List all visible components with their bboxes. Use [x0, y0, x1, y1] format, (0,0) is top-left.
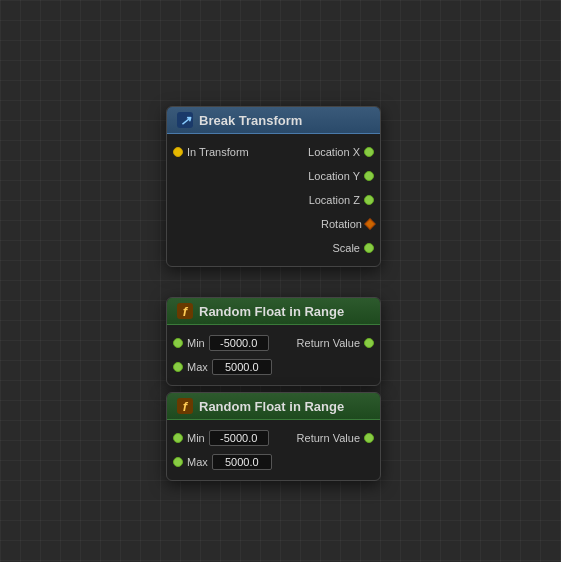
random-float-1-max-label: Max: [187, 361, 208, 373]
random-float-1-return-pin[interactable]: [364, 338, 374, 348]
break-transform-body: In Transform Location X Location Y Locat…: [167, 134, 380, 266]
random-float-2-max-left: Max: [173, 454, 272, 470]
break-transform-node: ↗ Break Transform In Transform Location …: [166, 106, 381, 267]
location-z-label: Location Z: [309, 194, 360, 206]
random-float-1-title: Random Float in Range: [199, 304, 344, 319]
location-y-right: Location Y: [308, 170, 374, 182]
random-float-1-header: f Random Float in Range: [167, 298, 380, 325]
location-y-label: Location Y: [308, 170, 360, 182]
random-float-1-min-left: Min: [173, 335, 269, 351]
rotation-row: Rotation: [173, 214, 374, 234]
location-y-row: Location Y: [173, 166, 374, 186]
random-float-2-body: Min Return Value Max: [167, 420, 380, 480]
rotation-right: Rotation: [321, 218, 374, 230]
scale-label: Scale: [332, 242, 360, 254]
location-z-row: Location Z: [173, 190, 374, 210]
location-x-right: Location X: [308, 146, 374, 158]
scale-right: Scale: [332, 242, 374, 254]
random-float-1-max-left: Max: [173, 359, 272, 375]
random-float-1-max-pin[interactable]: [173, 362, 183, 372]
random-float-1-max-row: Max: [173, 357, 374, 377]
location-x-label: Location X: [308, 146, 360, 158]
random-float-2-max-pin[interactable]: [173, 457, 183, 467]
in-transform-left: In Transform: [173, 146, 249, 158]
random-float-1-icon: f: [177, 303, 193, 319]
random-float-2-min-row: Min Return Value: [173, 428, 374, 448]
in-transform-pin[interactable]: [173, 147, 183, 157]
random-float-2-max-row: Max: [173, 452, 374, 472]
random-float-node-1: f Random Float in Range Min Return Value…: [166, 297, 381, 386]
random-float-2-min-label: Min: [187, 432, 205, 444]
break-transform-icon: ↗: [177, 112, 193, 128]
random-float-2-return-label: Return Value: [297, 432, 360, 444]
random-float-1-return-label: Return Value: [297, 337, 360, 349]
random-float-1-min-label: Min: [187, 337, 205, 349]
random-float-2-icon: f: [177, 398, 193, 414]
random-float-2-min-input[interactable]: [209, 430, 269, 446]
location-x-pin[interactable]: [364, 147, 374, 157]
random-float-2-title: Random Float in Range: [199, 399, 344, 414]
random-float-2-min-left: Min: [173, 430, 269, 446]
random-float-2-header: f Random Float in Range: [167, 393, 380, 420]
break-transform-title: Break Transform: [199, 113, 302, 128]
in-transform-row: In Transform Location X: [173, 142, 374, 162]
random-float-2-max-input[interactable]: [212, 454, 272, 470]
random-float-2-max-label: Max: [187, 456, 208, 468]
random-float-1-min-pin[interactable]: [173, 338, 183, 348]
break-transform-header: ↗ Break Transform: [167, 107, 380, 134]
random-float-1-return-right: Return Value: [297, 337, 374, 349]
in-transform-label: In Transform: [187, 146, 249, 158]
location-z-right: Location Z: [309, 194, 374, 206]
random-float-1-max-input[interactable]: [212, 359, 272, 375]
location-z-pin[interactable]: [364, 195, 374, 205]
random-float-1-body: Min Return Value Max: [167, 325, 380, 385]
random-float-node-2: f Random Float in Range Min Return Value…: [166, 392, 381, 481]
random-float-1-min-input[interactable]: [209, 335, 269, 351]
random-float-1-min-row: Min Return Value: [173, 333, 374, 353]
location-y-pin[interactable]: [364, 171, 374, 181]
rotation-label: Rotation: [321, 218, 362, 230]
rotation-pin[interactable]: [364, 218, 375, 229]
random-float-2-return-pin[interactable]: [364, 433, 374, 443]
random-float-2-return-right: Return Value: [297, 432, 374, 444]
random-float-2-min-pin[interactable]: [173, 433, 183, 443]
scale-row: Scale: [173, 238, 374, 258]
scale-pin[interactable]: [364, 243, 374, 253]
